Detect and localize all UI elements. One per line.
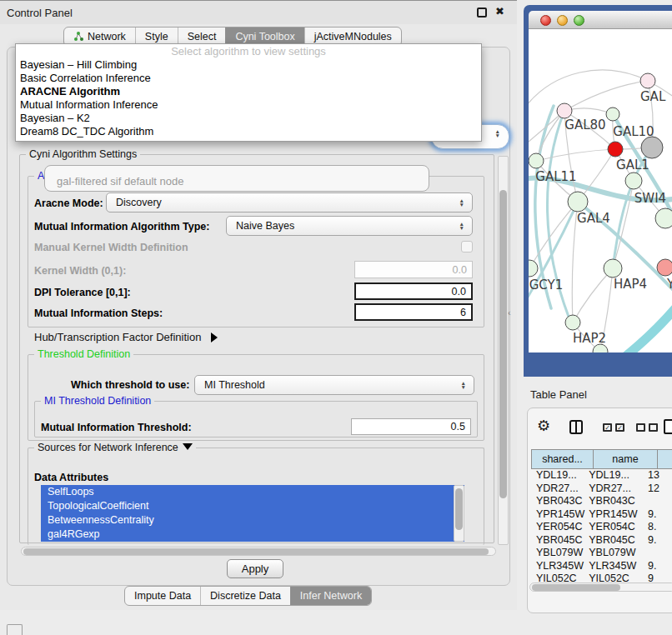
table-cell: 12 <box>641 482 672 496</box>
attribute-list-item[interactable]: SelfLoops <box>41 485 464 499</box>
network-node[interactable] <box>657 259 672 276</box>
network-node[interactable] <box>625 172 642 189</box>
network-graph[interactable]: GALGAL80GAL10GAL1GAL11SWI4GAL4GCY1HAP4YH… <box>529 29 672 352</box>
network-node[interactable] <box>641 137 663 158</box>
algorithm-option[interactable]: Basic Correlation Inference <box>16 72 481 85</box>
tab-impute-data[interactable]: Impute Data <box>125 587 200 605</box>
table-row[interactable]: YBL079WYBL079W <box>531 547 672 560</box>
network-edge[interactable] <box>622 302 672 352</box>
column-header[interactable]: shared... <box>531 449 594 469</box>
tab-label: jActiveMNodules <box>314 31 392 42</box>
table-row[interactable]: YLR345WYLR345W9. <box>531 560 672 573</box>
network-canvas[interactable]: GALGAL80GAL10GAL1GAL11SWI4GAL4GCY1HAP4YH… <box>529 29 672 352</box>
settings-hscrollbar[interactable] <box>21 547 496 556</box>
kernel-width-field[interactable]: 0.0 <box>354 261 473 278</box>
minimize-traffic-light-icon[interactable] <box>557 15 568 26</box>
table-row[interactable]: YBR045CYBR045C9. <box>531 534 672 548</box>
hub-definition-label: Hub/Transcription Factor Definition <box>34 331 201 343</box>
table-row[interactable]: YER054CYER054C8. <box>531 521 672 534</box>
sources-legend[interactable]: Sources for Network Inference <box>34 442 196 454</box>
close-panel-icon[interactable]: ✖ <box>495 5 504 18</box>
mi-threshold-field[interactable]: 0.5 <box>351 418 471 435</box>
network-view-titlebar[interactable] <box>529 11 672 29</box>
scrollbar-thumb[interactable] <box>499 190 507 498</box>
network-node[interactable] <box>557 103 572 118</box>
mi-type-combobox[interactable]: Naive Bayes ▲▼ <box>226 216 473 236</box>
hub-definition-toggle[interactable]: Hub/Transcription Factor Definition <box>34 331 218 343</box>
algorithm-option[interactable]: Bayesian – Hill Climbing <box>16 58 481 72</box>
mi-threshold-legend: MI Threshold Definition <box>41 395 154 408</box>
settings-vscrollbar[interactable] <box>498 156 509 545</box>
table-row[interactable]: YDR27...YDR27...12 <box>531 482 672 496</box>
dpi-tolerance-label: DPI Tolerance [0,1]: <box>34 287 131 298</box>
which-threshold-combobox[interactable]: MI Threshold ▲▼ <box>194 375 474 395</box>
tab-discretize-data[interactable]: Discretize Data <box>200 587 290 605</box>
network-node-label: GAL <box>640 89 666 104</box>
dpi-tolerance-field[interactable]: 0.0 <box>354 282 473 300</box>
split-columns-icon[interactable] <box>569 420 583 434</box>
checked-checkbox-icon[interactable]: ✓ <box>615 423 624 432</box>
combo-arrows-icon: ▲▼ <box>459 198 464 207</box>
algorithm-option[interactable]: ARACNE Algorithm <box>16 85 481 98</box>
scrollbar-thumb[interactable] <box>455 488 463 530</box>
mi-steps-field[interactable]: 6 <box>354 303 473 321</box>
table-cell: YBR043C <box>531 495 585 508</box>
table-cell: YER054C <box>585 521 641 534</box>
network-node[interactable] <box>606 108 619 121</box>
network-edge[interactable] <box>564 81 648 111</box>
tab-infer-network[interactable]: Infer Network <box>290 587 371 605</box>
network-node[interactable] <box>568 192 588 212</box>
data-attributes-list[interactable]: SelfLoopsTopologicalCoefficientBetweenne… <box>41 485 464 542</box>
attribute-list-item[interactable]: gal4RGexp <box>41 528 464 542</box>
column-header[interactable]: A <box>658 449 672 469</box>
split-pane-collapse-icon[interactable]: ‹ <box>508 308 511 318</box>
manual-kernel-checkbox[interactable] <box>461 241 473 252</box>
table-row[interactable]: YDL19...YDL19...13 <box>531 469 672 482</box>
algorithm-option[interactable]: Dream8 DC_TDC Algorithm <box>16 125 481 138</box>
control-panel-titlebar: Control Panel ✖ <box>0 1 517 24</box>
checked-checkbox-icon[interactable]: ✓ <box>603 423 612 432</box>
algorithm-dropdown-popup: Select algorithm to view settings Bayesi… <box>15 43 482 142</box>
network-node[interactable] <box>655 208 672 228</box>
network-node[interactable] <box>529 260 538 277</box>
table-cell: 9. <box>641 508 672 522</box>
collapsed-panel-button[interactable] <box>7 624 23 635</box>
scrollbar-thumb[interactable] <box>532 584 620 591</box>
network-edge[interactable] <box>529 70 648 109</box>
column-header[interactable]: name <box>594 449 658 469</box>
zoom-traffic-light-icon[interactable] <box>574 15 584 26</box>
gear-icon[interactable]: ⚙︎ <box>537 417 550 435</box>
algorithm-option[interactable]: Mutual Information Inference <box>16 98 481 112</box>
table-row[interactable]: YPR145WYPR145W9. <box>531 508 672 522</box>
network-node[interactable] <box>608 142 623 157</box>
algorithm-option[interactable]: Bayesian – K2 <box>16 112 481 125</box>
network-node[interactable] <box>529 153 544 168</box>
unchecked-checkbox-icon[interactable] <box>649 423 658 432</box>
expand-right-triangle-icon <box>211 332 218 342</box>
scrollbar-thumb[interactable] <box>23 548 489 555</box>
attribute-list-item[interactable]: BetweennessCentrality <box>41 513 464 528</box>
network-node[interactable] <box>640 73 655 88</box>
network-edge[interactable] <box>536 149 615 161</box>
mi-threshold-label: Mutual Information Threshold: <box>41 422 192 433</box>
table-cell: YBL079W <box>585 547 641 560</box>
apply-button[interactable]: Apply <box>227 559 283 578</box>
attributes-list-vscrollbar[interactable] <box>454 485 464 542</box>
table-hscrollbar[interactable] <box>529 582 672 592</box>
tab-label: Infer Network <box>300 590 362 602</box>
network-view-window[interactable]: GALGAL80GAL10GAL1GAL11SWI4GAL4GCY1HAP4YH… <box>524 5 672 377</box>
unchecked-checkbox-icon[interactable] <box>636 423 645 432</box>
network-selector-combobox[interactable]: gal-filtered sif default node <box>44 165 429 192</box>
float-window-icon[interactable] <box>477 8 487 18</box>
table-row[interactable]: YBR043CYBR043C <box>531 495 672 508</box>
table-cell: 8. <box>641 521 672 534</box>
close-traffic-light-icon[interactable] <box>540 15 551 26</box>
attribute-list-item[interactable]: TopologicalCoefficient <box>41 499 464 513</box>
table-cell: 9. <box>641 560 672 573</box>
network-node[interactable] <box>565 315 580 330</box>
table-body: YDL19...YDL19...13YDR27...YDR27...12YBR0… <box>531 469 672 584</box>
document-icon[interactable] <box>664 419 672 434</box>
network-node[interactable] <box>604 259 622 278</box>
aracne-mode-combobox[interactable]: Discovery ▲▼ <box>106 192 473 212</box>
mi-type-label: Mutual Information Algorithm Type: <box>34 221 209 232</box>
